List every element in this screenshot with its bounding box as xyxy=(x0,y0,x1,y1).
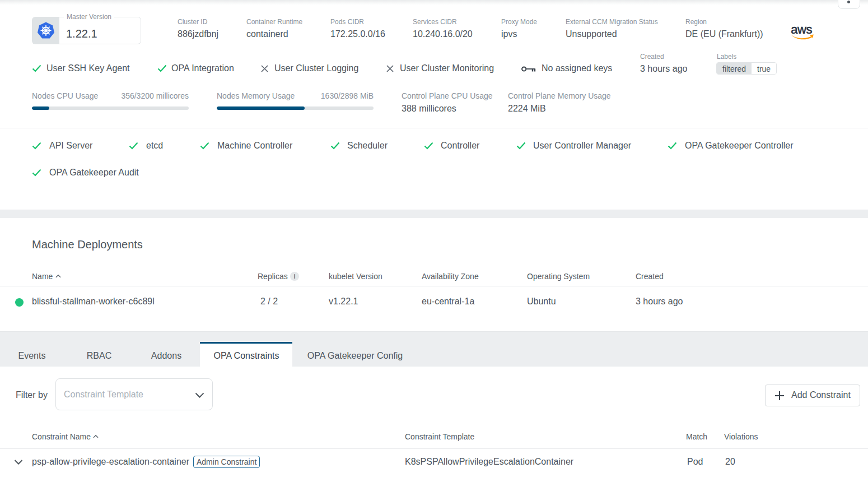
svg-text:aws: aws xyxy=(791,24,812,36)
